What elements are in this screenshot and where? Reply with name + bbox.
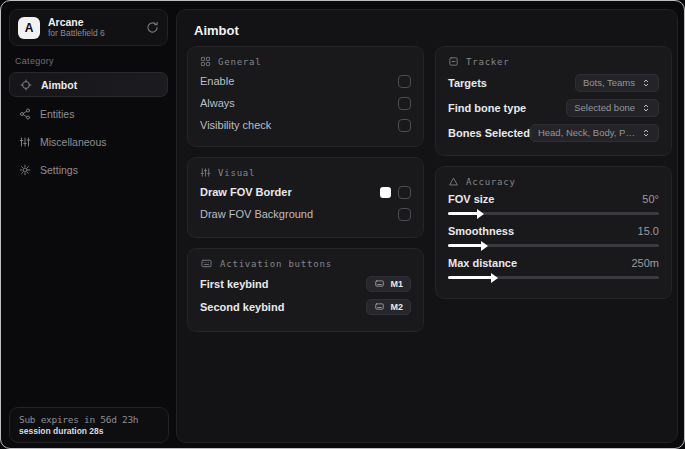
setting-label: Bones Selected [448,127,530,139]
slider-head: FOV size 50° [448,190,659,208]
entities-icon [19,108,31,120]
keybind-value: M2 [390,302,403,312]
fov-size-group: FOV size 50° [448,190,659,215]
setting-row-find-bone-type: Find bone type Selected bone [448,95,659,120]
setting-row-draw-fov-background: Draw FOV Background [200,203,411,225]
fov-border-controls [380,186,411,199]
keyboard-icon [200,258,213,269]
general-card: General Enable Always Visibility check [187,46,424,147]
sidebar-item-label: Aimbot [41,79,77,91]
slider-fill [448,244,482,247]
card-title: General [218,57,262,67]
setting-label: Always [200,97,235,109]
setting-row-enable: Enable [200,70,411,92]
slider-fill [448,276,492,279]
targets-dropdown[interactable]: Bots, Teams [575,74,659,92]
setting-label: Draw FOV Border [200,186,292,198]
visual-card: Visual Draw FOV Border Draw FOV Backgrou… [187,157,424,238]
app-name: Arcane [48,16,138,28]
max-distance-group: Max distance 250m [448,254,659,279]
card-title: Activation buttons [220,259,332,269]
crosshair-icon [20,79,32,91]
slider-fill [448,212,478,215]
sidebar-item-label: Entities [40,108,74,120]
unfold-icon [641,103,651,113]
sub-expires-text: Sub expires in 56d 23h [19,414,159,425]
card-title: Accuracy [466,177,516,187]
slider-head: Smoothness 15.0 [448,222,659,240]
enable-checkbox[interactable] [398,75,411,88]
dropdown-value: Head, Neck, Body, Pe.. [538,127,635,138]
max-distance-value: 250m [631,257,659,269]
setting-label: Visibility check [200,119,271,131]
sliders-icon [19,136,31,148]
smoothness-group: Smoothness 15.0 [448,222,659,247]
sidebar: A Arcane for Battlefield 6 Category Aimb… [1,1,176,448]
smoothness-slider[interactable] [448,244,659,247]
setting-label: Second keybind [200,301,284,313]
draw-fov-background-checkbox[interactable] [398,208,411,221]
keybind-value: M1 [390,279,403,289]
find-bone-type-dropdown[interactable]: Selected bone [566,99,659,117]
app-subtitle: for Battlefield 6 [48,28,138,39]
unfold-icon [641,78,651,88]
card-title: Tracker [466,57,510,67]
activation-buttons-card: Activation buttons First keybind M1 Seco… [187,248,424,332]
second-keybind-button[interactable]: M2 [366,299,411,315]
setting-row-targets: Targets Bots, Teams [448,70,659,95]
setting-label: FOV size [448,193,494,205]
sidebar-item-aimbot[interactable]: Aimbot [9,72,168,97]
sidebar-item-miscellaneous[interactable]: Miscellaneous [9,131,168,153]
accuracy-card-header: Accuracy [448,176,659,187]
setting-label: Draw FOV Background [200,208,313,220]
setting-label: Find bone type [448,102,526,114]
sliders-vertical-icon [200,167,211,178]
setting-label: Max distance [448,257,517,269]
session-duration-text: session duration 28s [19,426,159,436]
fov-size-value: 50° [642,193,659,205]
tracker-card-header: Tracker [448,56,659,67]
first-keybind-button[interactable]: M1 [366,276,411,292]
fov-size-slider[interactable] [448,212,659,215]
refresh-icon[interactable] [146,21,159,34]
app-header-card: A Arcane for Battlefield 6 [9,9,168,46]
setting-row-bones-selected: Bones Selected Head, Neck, Body, Pe.. [448,120,659,145]
sidebar-item-entities[interactable]: Entities [9,103,168,125]
fov-border-color-swatch[interactable] [380,187,391,198]
grid-icon [200,56,211,67]
triangle-icon [448,176,459,187]
setting-label: First keybind [200,278,268,290]
keyboard-icon [374,302,385,311]
activation-card-header: Activation buttons [200,258,411,269]
app-meta: Arcane for Battlefield 6 [48,16,138,39]
dropdown-value: Bots, Teams [583,77,635,88]
square-minus-icon [448,56,459,67]
accuracy-card: Accuracy FOV size 50° Smoothness 15.0 [435,166,672,299]
subscription-card: Sub expires in 56d 23h session duration … [9,407,169,443]
unfold-icon [641,128,651,138]
setting-label: Smoothness [448,225,514,237]
setting-row-visibility-check: Visibility check [200,114,411,136]
setting-label: Targets [448,77,487,89]
setting-label: Enable [200,75,234,87]
keyboard-icon [374,279,385,288]
draw-fov-border-checkbox[interactable] [398,186,411,199]
setting-row-draw-fov-border: Draw FOV Border [200,181,411,203]
category-label: Category [15,56,54,66]
gear-icon [19,164,31,176]
card-title: Visual [218,168,255,178]
sidebar-item-settings[interactable]: Settings [9,159,168,181]
slider-head: Max distance 250m [448,254,659,272]
setting-row-always: Always [200,92,411,114]
setting-row-first-keybind: First keybind M1 [200,272,411,295]
tracker-card: Tracker Targets Bots, Teams Find bone ty… [435,46,672,156]
always-checkbox[interactable] [398,97,411,110]
visibility-check-checkbox[interactable] [398,119,411,132]
page-title: Aimbot [194,23,239,38]
bones-selected-dropdown[interactable]: Head, Neck, Body, Pe.. [530,124,659,142]
main-panel: Aimbot General Enable Always Visibility … [176,9,678,443]
max-distance-slider[interactable] [448,276,659,279]
sidebar-item-label: Miscellaneous [40,136,107,148]
general-card-header: General [200,56,411,67]
sidebar-item-label: Settings [40,164,78,176]
